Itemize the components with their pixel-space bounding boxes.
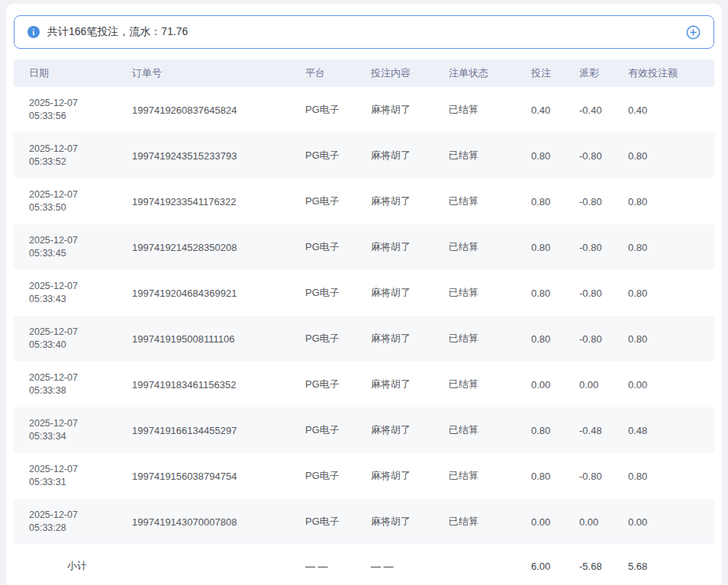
cell-bet: 0.80 <box>531 224 579 270</box>
cell-status: 已结算 <box>449 362 531 407</box>
summary-text: 共计166笔投注，流水：71.76 <box>47 25 686 39</box>
subtotal-platform: — — <box>305 545 371 585</box>
date-value: 2025-12-07 <box>29 326 132 339</box>
cell-platform: PG电子 <box>305 224 371 270</box>
subtotal-valid: 5.68 <box>628 545 714 585</box>
table-row[interactable]: 2025-12-07 05:33:31 1997419156038794754 … <box>14 453 714 499</box>
cell-platform: PG电子 <box>305 499 371 545</box>
cell-content: 麻将胡了 <box>371 453 449 499</box>
cell-status: 已结算 <box>449 87 531 133</box>
date-value: 2025-12-07 <box>29 188 132 201</box>
table-row[interactable]: 2025-12-07 05:33:52 1997419243515233793 … <box>14 133 714 178</box>
cell-payout: -0.80 <box>579 453 628 499</box>
cell-status: 已结算 <box>449 270 531 316</box>
col-header-bet: 投注 <box>531 59 579 87</box>
cell-payout: 0.00 <box>579 499 628 545</box>
plus-circle-icon[interactable] <box>686 25 701 40</box>
table-row[interactable]: 2025-12-07 05:33:40 1997419195008111106 … <box>14 316 714 362</box>
time-value: 05:33:31 <box>29 476 132 489</box>
summary-alert: 共计166笔投注，流水：71.76 <box>14 15 714 49</box>
cell-content: 麻将胡了 <box>371 499 449 545</box>
date-value: 2025-12-07 <box>29 234 132 247</box>
cell-order: 1997419156038794754 <box>132 453 305 499</box>
cell-valid: 0.80 <box>628 133 714 178</box>
cell-content: 麻将胡了 <box>371 362 449 407</box>
col-header-status: 注单状态 <box>449 59 531 87</box>
cell-valid: 0.40 <box>628 87 714 133</box>
cell-order: 1997419233541176322 <box>132 178 305 224</box>
date-value: 2025-12-07 <box>29 280 132 293</box>
cell-valid: 0.80 <box>628 453 714 499</box>
cell-order: 1997419166134455297 <box>132 407 305 453</box>
time-value: 05:33:28 <box>29 522 132 535</box>
time-value: 05:33:43 <box>29 293 132 306</box>
table-row[interactable]: 2025-12-07 05:33:56 1997419260837645824 … <box>14 87 714 133</box>
subtotal-label: 小计 <box>14 545 132 585</box>
cell-bet: 0.00 <box>531 499 579 545</box>
cell-valid: 0.80 <box>628 270 714 316</box>
date-value: 2025-12-07 <box>29 509 132 522</box>
cell-payout: -0.80 <box>579 316 628 362</box>
cell-valid: 0.80 <box>628 316 714 362</box>
cell-platform: PG电子 <box>305 87 371 133</box>
cell-status: 已结算 <box>449 316 531 362</box>
col-header-order: 订单号 <box>132 59 305 87</box>
subtotal-status-empty <box>449 545 531 585</box>
cell-order: 1997419143070007808 <box>132 499 305 545</box>
time-value: 05:33:45 <box>29 247 132 260</box>
cell-date: 2025-12-07 05:33:38 <box>14 362 132 407</box>
date-value: 2025-12-07 <box>29 463 132 476</box>
table-row[interactable]: 2025-12-07 05:33:45 1997419214528350208 … <box>14 224 714 270</box>
cell-date: 2025-12-07 05:33:43 <box>14 270 132 316</box>
subtotal-payout: -5.68 <box>579 545 628 585</box>
cell-platform: PG电子 <box>305 453 371 499</box>
time-value: 05:33:38 <box>29 384 132 397</box>
cell-payout: -0.80 <box>579 270 628 316</box>
cell-date: 2025-12-07 05:33:28 <box>14 499 132 545</box>
cell-date: 2025-12-07 05:33:34 <box>14 407 132 453</box>
table-body: 2025-12-07 05:33:56 1997419260837645824 … <box>14 87 714 545</box>
cell-payout: -0.48 <box>579 407 628 453</box>
cell-payout: -0.40 <box>579 87 628 133</box>
cell-valid: 0.48 <box>628 407 714 453</box>
cell-platform: PG电子 <box>305 316 371 362</box>
cell-content: 麻将胡了 <box>371 224 449 270</box>
table-row[interactable]: 2025-12-07 05:33:43 1997419204684369921 … <box>14 270 714 316</box>
cell-content: 麻将胡了 <box>371 407 449 453</box>
cell-bet: 0.00 <box>531 362 579 407</box>
cell-payout: -0.80 <box>579 178 628 224</box>
table-row[interactable]: 2025-12-07 05:33:34 1997419166134455297 … <box>14 407 714 453</box>
table-row[interactable]: 2025-12-07 05:33:28 1997419143070007808 … <box>14 499 714 545</box>
cell-status: 已结算 <box>449 407 531 453</box>
cell-payout: 0.00 <box>579 362 628 407</box>
cell-platform: PG电子 <box>305 133 371 178</box>
cell-status: 已结算 <box>449 178 531 224</box>
table-row[interactable]: 2025-12-07 05:33:38 1997419183461156352 … <box>14 362 714 407</box>
cell-status: 已结算 <box>449 224 531 270</box>
cell-order: 1997419195008111106 <box>132 316 305 362</box>
cell-valid: 0.00 <box>628 499 714 545</box>
time-value: 05:33:52 <box>29 156 132 169</box>
cell-order: 1997419243515233793 <box>132 133 305 178</box>
col-header-payout: 派彩 <box>579 59 628 87</box>
cell-date: 2025-12-07 05:33:40 <box>14 316 132 362</box>
date-value: 2025-12-07 <box>29 97 132 110</box>
cell-order: 1997419214528350208 <box>132 224 305 270</box>
cell-payout: -0.80 <box>579 133 628 178</box>
cell-content: 麻将胡了 <box>371 316 449 362</box>
subtotal-content: — — <box>371 545 449 585</box>
cell-status: 已结算 <box>449 133 531 178</box>
cell-date: 2025-12-07 05:33:50 <box>14 178 132 224</box>
cell-content: 麻将胡了 <box>371 87 449 133</box>
table-row[interactable]: 2025-12-07 05:33:50 1997419233541176322 … <box>14 178 714 224</box>
cell-content: 麻将胡了 <box>371 270 449 316</box>
date-value: 2025-12-07 <box>29 417 132 430</box>
cell-platform: PG电子 <box>305 270 371 316</box>
col-header-valid: 有效投注额 <box>628 59 714 87</box>
cell-platform: PG电子 <box>305 407 371 453</box>
cell-bet: 0.80 <box>531 316 579 362</box>
bets-table: 日期 订单号 平台 投注内容 注单状态 投注 派彩 有效投注额 2025-12-… <box>14 59 714 585</box>
cell-date: 2025-12-07 05:33:56 <box>14 87 132 133</box>
time-value: 05:33:34 <box>29 430 132 443</box>
cell-order: 1997419204684369921 <box>132 270 305 316</box>
